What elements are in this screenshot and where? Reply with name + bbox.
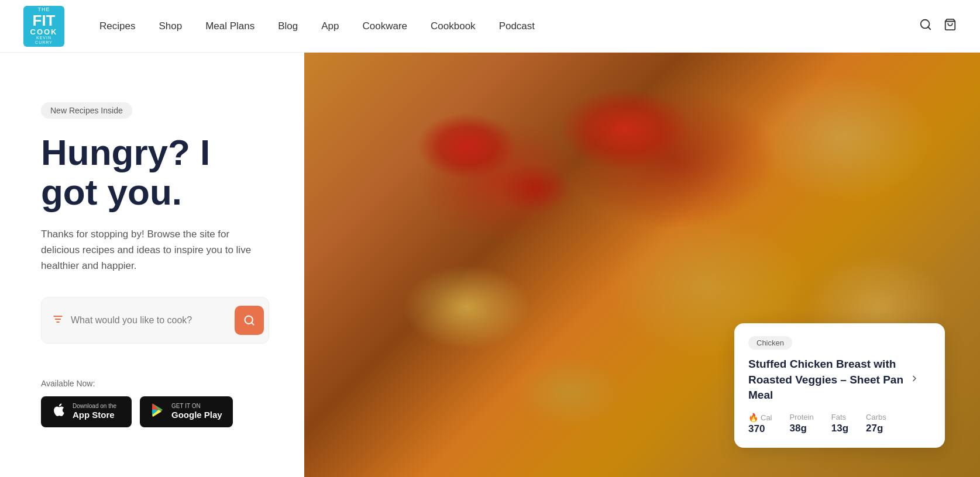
stat-cal: 🔥 Cal 370: [748, 413, 772, 435]
protein-label: Protein: [790, 413, 814, 421]
recipe-card: Chicken Stuffed Chicken Breast with Roas…: [734, 323, 945, 448]
carbs-label: Carbs: [866, 413, 886, 421]
hero-content: New Recipes Inside Hungry? I got you. Th…: [0, 53, 304, 477]
hero-subtitle: Thanks for stopping by! Browse the site …: [41, 226, 263, 274]
svg-line-7: [252, 323, 254, 325]
google-play-text: GET IT ON Google Play: [171, 403, 222, 421]
recipe-card-chevron-icon[interactable]: [910, 374, 919, 386]
nav-item-blog[interactable]: Blog: [278, 20, 298, 32]
protein-value: 38g: [790, 423, 814, 434]
cal-label: Cal: [761, 413, 772, 422]
logo[interactable]: THE FIT COOK KEVIN CURRY: [23, 6, 64, 47]
app-store-sub: Download on the: [73, 403, 116, 409]
logo-fit: FIT: [33, 13, 56, 28]
logo-curry: CURRY: [35, 40, 53, 45]
main-nav: Recipes Shop Meal Plans Blog App Cookwar…: [99, 20, 919, 32]
search-input[interactable]: [71, 315, 228, 326]
hero-badge: New Recipes Inside: [41, 102, 132, 119]
nav-actions: [919, 18, 957, 34]
header: THE FIT COOK KEVIN CURRY Recipes Shop Me…: [0, 0, 980, 53]
svg-line-1: [928, 27, 930, 29]
search-bar: [41, 297, 269, 344]
hero-watermark: T COOK KEVIN CURRY: [23, 418, 80, 454]
google-play-icon: [150, 402, 166, 421]
search-icon[interactable]: [919, 18, 932, 34]
carbs-value: 27g: [866, 423, 886, 434]
nav-item-cookbook[interactable]: Cookbook: [431, 20, 476, 32]
nav-item-shop[interactable]: Shop: [159, 20, 182, 32]
logo-kevin: KEVIN: [36, 36, 51, 40]
logo-cook: COOK: [30, 28, 58, 36]
hero-title: Hungry? I got you.: [41, 133, 269, 212]
recipe-card-tag: Chicken: [748, 336, 792, 350]
hero-section: T COOK KEVIN CURRY New Recipes Inside Hu…: [0, 53, 980, 477]
fats-label: Fats: [831, 413, 848, 421]
nav-item-app[interactable]: App: [321, 20, 339, 32]
stat-protein: Protein 38g: [790, 413, 814, 434]
cal-value: 370: [748, 423, 772, 435]
nav-item-podcast[interactable]: Podcast: [499, 20, 535, 32]
fats-value: 13g: [831, 423, 848, 434]
google-play-button[interactable]: GET IT ON Google Play: [140, 396, 233, 427]
google-play-sub: GET IT ON: [171, 403, 222, 409]
recipe-card-title: Stuffed Chicken Breast with Roasted Vegg…: [748, 357, 913, 403]
search-button[interactable]: [235, 306, 264, 335]
nav-item-cookware[interactable]: Cookware: [363, 20, 408, 32]
stat-carbs: Carbs 27g: [866, 413, 886, 434]
nav-item-meal-plans[interactable]: Meal Plans: [205, 20, 255, 32]
recipe-card-stats: 🔥 Cal 370 Protein 38g Fats 13g Carbs 27g: [748, 413, 931, 435]
available-label: Available Now:: [41, 379, 269, 388]
flame-icon: 🔥: [748, 413, 758, 422]
nav-item-recipes[interactable]: Recipes: [99, 20, 135, 32]
cart-icon[interactable]: [944, 18, 957, 34]
google-play-name: Google Play: [171, 409, 222, 421]
filter-icon[interactable]: [52, 313, 64, 328]
stat-fats: Fats 13g: [831, 413, 848, 434]
